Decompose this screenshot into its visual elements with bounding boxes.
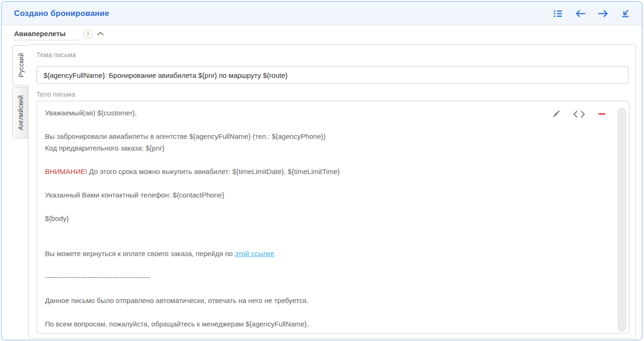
body-line: Код предварительного заказа: ${pnr}: [45, 142, 601, 154]
panel-body: Авиаперелеты ? Русский Английский Тема п…: [2, 25, 642, 340]
list-icon[interactable]: [553, 9, 563, 18]
body-text: Данное письмо было отправлено автоматиче…: [45, 296, 309, 304]
header-actions: [553, 9, 629, 18]
body-text: До этого срока можно выкупить авиабилет:…: [87, 167, 340, 175]
body-text: Вы можете вернуться к оплате своего зака…: [45, 250, 235, 258]
body-editor-content: Уважаемый(ая) ${customer}, Вы заброниров…: [37, 101, 629, 330]
body-line: [45, 259, 601, 271]
body-line: Вы забронировали авиабилеты в агентстве …: [45, 130, 601, 142]
panel-header: Создано бронирование: [2, 2, 642, 25]
editor-toolbar: [552, 110, 606, 118]
edit-pencil-icon[interactable]: [552, 110, 560, 118]
body-label: Тело письма: [37, 91, 75, 98]
body-text: Код предварительного заказа: ${pnr}: [45, 144, 164, 152]
body-line: По всем вопросам, пожалуйста, обращайтес…: [45, 318, 601, 330]
arrow-right-icon[interactable]: [598, 10, 608, 17]
payment-link[interactable]: этой ссылке: [235, 250, 274, 258]
scrollbar[interactable]: [618, 108, 626, 332]
section-header: Авиаперелеты ?: [14, 30, 104, 40]
body-text: ${body}: [45, 214, 69, 222]
body-line: [45, 119, 601, 130]
body-editor[interactable]: Уважаемый(ая) ${customer}, Вы заброниров…: [37, 101, 629, 333]
body-line: [45, 177, 601, 189]
body-text: ----------------------------------------…: [45, 273, 150, 281]
body-text: По всем вопросам, пожалуйста, обращайтес…: [45, 320, 309, 328]
body-line: [45, 283, 601, 295]
body-line: [45, 306, 601, 318]
body-text: Вы забронировали авиабилеты в агентстве …: [45, 132, 326, 140]
body-line: [45, 224, 601, 236]
body-line: [45, 201, 601, 212]
warning-text: ВНИМАНИЕ!: [45, 167, 87, 175]
body-line: ----------------------------------------…: [45, 271, 601, 283]
screen: Создано бронирование: [0, 0, 644, 341]
subject-label: Тема письма: [37, 51, 76, 59]
page-title: Создано бронирование: [14, 9, 109, 18]
body-line: Уважаемый(ая) ${customer},: [45, 107, 601, 119]
code-icon[interactable]: [573, 110, 585, 118]
body-line: Указанный Вами контактный телефон: ${con…: [45, 189, 601, 201]
body-line: ВНИМАНИЕ! До этого срока можно выкупить …: [45, 166, 601, 177]
tab-english-label: Английский: [17, 95, 24, 130]
booking-created-panel: Создано бронирование: [1, 1, 643, 341]
collapse-chevron-icon[interactable]: [97, 31, 104, 36]
body-text: Указанный Вами контактный телефон: ${con…: [45, 191, 224, 199]
tab-english[interactable]: Английский: [12, 87, 29, 138]
tab-russian[interactable]: Русский: [12, 45, 29, 85]
arrow-down-left-icon[interactable]: [621, 9, 629, 18]
body-line: [45, 236, 601, 248]
help-icon[interactable]: ?: [83, 30, 92, 39]
tab-russian-label: Русский: [17, 53, 25, 77]
body-line: Данное письмо было отправлено автоматиче…: [45, 295, 601, 306]
tab-panel-russian: Тема письма Тело письма Уважаемый(ая) ${…: [28, 44, 636, 339]
body-line: [45, 154, 601, 166]
subject-input[interactable]: [37, 66, 629, 84]
body-line: ${body}: [45, 212, 601, 224]
body-line: Вы можете вернуться к оплате своего зака…: [45, 248, 601, 259]
arrow-left-icon[interactable]: [575, 10, 585, 17]
remove-icon[interactable]: [598, 113, 606, 115]
section-title[interactable]: Авиаперелеты: [14, 30, 79, 40]
body-text: Уважаемый(ая) ${customer},: [45, 109, 137, 117]
